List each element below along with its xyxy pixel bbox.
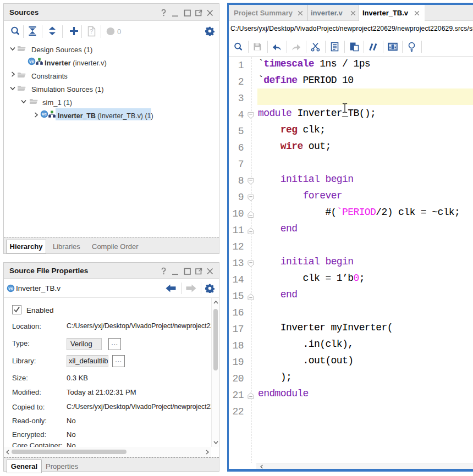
svg-text:ve: ve xyxy=(8,286,13,291)
svg-text:?: ? xyxy=(90,28,93,35)
svg-text:ve: ve xyxy=(42,112,47,117)
svg-text:ve: ve xyxy=(29,59,34,64)
